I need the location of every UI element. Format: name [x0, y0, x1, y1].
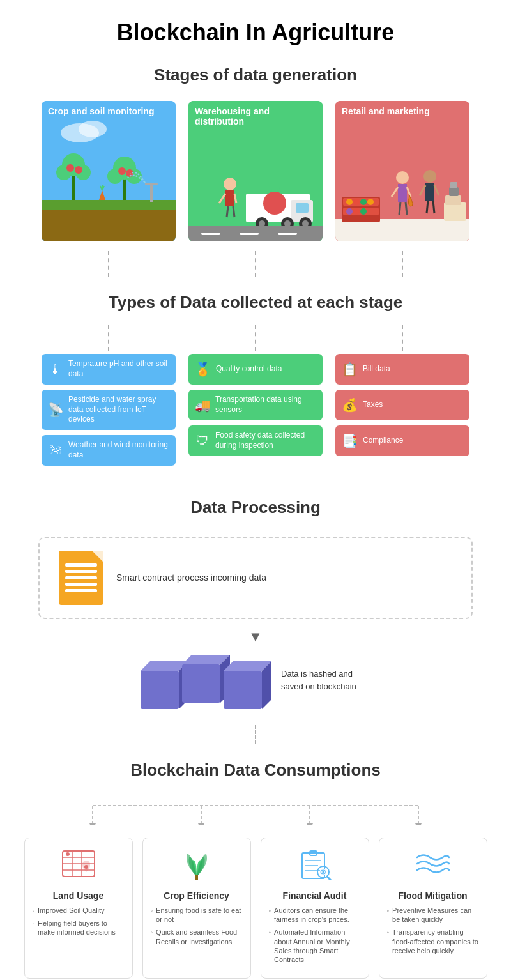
- flood-mitigation-title: Flood Mitigation: [387, 891, 479, 901]
- warehouse-data-text-2: Transportation data using sensors: [215, 395, 316, 415]
- svg-rect-59: [398, 184, 407, 202]
- land-usage-text-1: Improved Soil Quality: [38, 906, 105, 915]
- svg-point-38: [263, 192, 286, 215]
- crop-data-text-1: Temprature pH and other soil data: [68, 359, 169, 379]
- svg-point-53: [360, 199, 367, 205]
- data-types-container: 🌡 Temprature pH and other soil data 📡 Pe…: [0, 354, 511, 466]
- svg-rect-71: [445, 195, 461, 205]
- retail-data-item-3: 📑 Compliance: [335, 425, 469, 456]
- consumption-card-flood: Flood Mitigation ◦ Preventive Measures c…: [379, 838, 487, 979]
- warehouse-data-item-2: 🚚 Transportation data using sensors: [188, 390, 323, 420]
- bullet-icon: ◦: [33, 907, 35, 914]
- crop-efficiency-item-2: ◦ Quick and seamless Food Recalls or Inv…: [151, 928, 243, 946]
- page-title: Blockchain In Agriculture: [0, 0, 511, 52]
- consumptions-title: Blockchain Data Consumptions: [0, 747, 511, 790]
- svg-marker-91: [415, 823, 422, 825]
- bullet-icon: ◦: [269, 929, 271, 936]
- svg-marker-88: [89, 823, 96, 825]
- svg-point-10: [75, 166, 82, 174]
- connector-processing-to-consumptions: [0, 725, 511, 744]
- crop-efficiency-title: Crop Efficiency: [151, 891, 243, 901]
- financial-audit-text-2: Automated Information about Annual or Mo…: [274, 928, 360, 964]
- consumption-card-financial: Financial Audit ◦ Auditors can ensure th…: [261, 838, 369, 979]
- svg-rect-80: [224, 671, 262, 709]
- warehouse-data-text-3: Food safety data collected during inspec…: [215, 431, 316, 450]
- land-usage-title: Land Usage: [33, 891, 125, 901]
- svg-line-62: [399, 202, 400, 215]
- compliance-icon: 📑: [342, 433, 358, 448]
- stages-container: Crop and soil monitoring: [0, 95, 511, 248]
- bullet-icon: ◦: [151, 907, 153, 914]
- crop-efficiency-text-2: Quick and seamless Food Recalls or Inves…: [156, 928, 242, 946]
- retail-data-item-2: 💰 Taxes: [335, 390, 469, 420]
- consumption-card-crop: Crop Efficiency ◦ Ensuring food is safe …: [142, 838, 251, 979]
- svg-rect-73: [450, 182, 457, 188]
- svg-rect-44: [240, 233, 259, 235]
- smart-contract-doc-icon: [59, 551, 103, 605]
- consumptions-connector: [0, 799, 511, 825]
- svg-line-27: [227, 206, 228, 217]
- svg-point-98: [66, 852, 70, 856]
- thermometer-icon: 🌡: [48, 362, 63, 377]
- svg-line-107: [327, 877, 331, 880]
- retail-data-item-1: 📋 Bill data: [335, 354, 469, 385]
- smart-contract-box: Smart contract process incoming data: [38, 537, 473, 619]
- consumptions-container: Land Usage ◦ Improved Soil Quality ◦ Hel…: [0, 838, 511, 979]
- flood-mitigation-text-2: Transparency enabling flood-affected com…: [392, 928, 478, 955]
- stage-label-warehouse: Warehousing and distribution: [188, 101, 323, 132]
- stage-label-retail: Retail and marketing: [335, 101, 436, 121]
- svg-rect-65: [425, 183, 434, 201]
- bullet-icon: ◦: [33, 920, 35, 927]
- svg-line-28: [233, 206, 234, 217]
- data-col-retail: 📋 Bill data 💰 Taxes 📑 Compliance: [335, 354, 469, 466]
- consumption-card-land: Land Usage ◦ Improved Soil Quality ◦ Hel…: [24, 838, 133, 979]
- crop-efficiency-icon: [151, 848, 243, 885]
- smart-contract-text: Smart contract process incoming data: [116, 571, 266, 585]
- safety-icon: 🛡: [195, 434, 210, 448]
- blockchain-area: Data is hashed and saved on blockchain: [0, 648, 511, 712]
- financial-audit-item-1: ◦ Auditors can ensure the fairness in cr…: [269, 906, 361, 924]
- land-usage-item-1: ◦ Improved Soil Quality: [33, 906, 105, 915]
- stage-card-crop: Crop and soil monitoring: [42, 101, 176, 241]
- svg-point-58: [396, 171, 409, 184]
- stages-title: Stages of data generation: [0, 52, 511, 95]
- data-col-crop: 🌡 Temprature pH and other soil data 📡 Pe…: [42, 354, 176, 466]
- svg-point-15: [118, 167, 126, 175]
- svg-point-55: [346, 208, 353, 215]
- crop-data-text-2: Pesticide and water spray data collected…: [68, 395, 169, 425]
- svg-rect-45: [278, 233, 297, 235]
- connector-stages-to-types: [0, 251, 511, 277]
- retail-data-text-2: Taxes: [363, 400, 383, 410]
- warehouse-data-item-3: 🛡 Food safety data collected during insp…: [188, 425, 323, 456]
- blockchain-blocks: [134, 648, 268, 712]
- crop-efficiency-item-1: ◦ Ensuring food is safe to eat or not: [151, 906, 243, 924]
- financial-audit-item-2: ◦ Automated Information about Annual or …: [269, 928, 361, 964]
- svg-point-23: [224, 178, 236, 190]
- warehouse-data-item-1: 🏅 Quality control data: [188, 354, 323, 385]
- retail-data-text-3: Compliance: [363, 436, 403, 446]
- svg-rect-47: [335, 219, 469, 241]
- retail-data-text-1: Bill data: [363, 364, 390, 374]
- flood-mitigation-text-1: Preventive Measures can be taken quickly: [392, 906, 478, 924]
- financial-audit-title: Financial Audit: [269, 891, 361, 901]
- stage-card-warehouse: Warehousing and distribution: [188, 101, 323, 241]
- svg-rect-31: [296, 203, 309, 213]
- tax-icon: 💰: [342, 397, 358, 413]
- bullet-icon: ◦: [387, 907, 390, 914]
- svg-line-63: [406, 202, 407, 215]
- svg-line-69: [433, 201, 434, 213]
- svg-point-9: [66, 164, 74, 172]
- crop-data-item-2: 📡 Pesticide and water spray data collect…: [42, 390, 176, 430]
- warehouse-data-text-1: Quality control data: [216, 364, 282, 374]
- stage-label-crop: Crop and soil monitoring: [42, 101, 160, 121]
- transport-icon: 🚚: [195, 397, 210, 413]
- processing-arrow-down: ▼: [0, 629, 511, 645]
- svg-rect-43: [201, 233, 220, 235]
- svg-point-110: [322, 871, 324, 873]
- financial-audit-text-1: Auditors can ensure the fairness in crop…: [274, 906, 360, 924]
- svg-rect-74: [141, 671, 179, 709]
- crop-efficiency-text-1: Ensuring food is safe to eat or not: [156, 906, 242, 924]
- svg-rect-24: [225, 190, 234, 206]
- svg-line-68: [427, 201, 428, 213]
- bullet-icon: ◦: [269, 907, 271, 914]
